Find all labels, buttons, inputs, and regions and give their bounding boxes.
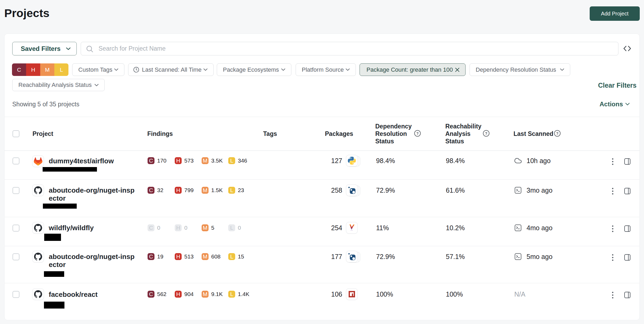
svg-text:?: ? xyxy=(485,131,487,136)
svg-text:?: ? xyxy=(416,131,419,136)
svg-text:?: ? xyxy=(556,131,559,136)
